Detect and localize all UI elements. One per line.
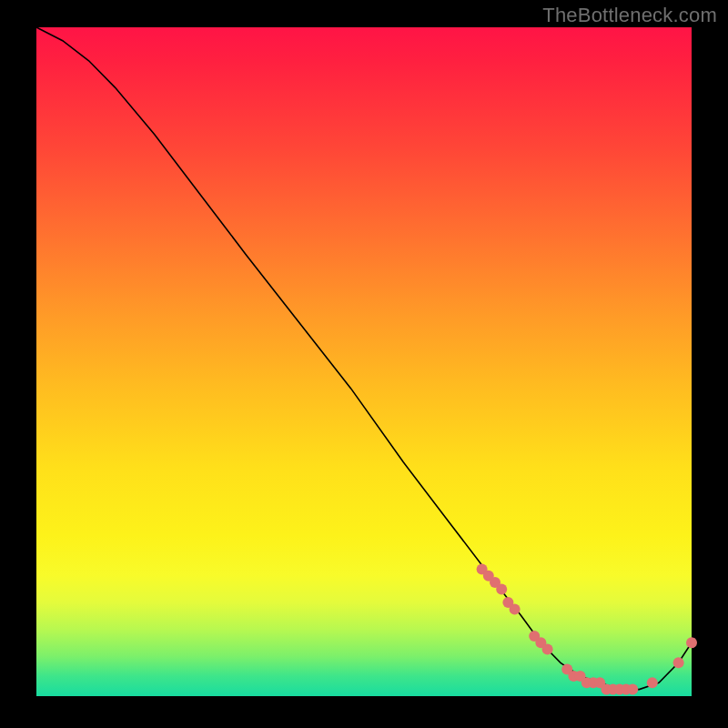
hw-point-23 bbox=[686, 637, 697, 648]
watermark: TheBottleneck.com bbox=[542, 4, 717, 27]
hw-point-22 bbox=[673, 657, 684, 668]
hw-point-9 bbox=[542, 644, 553, 655]
points-group bbox=[477, 563, 697, 694]
hw-point-4 bbox=[496, 583, 507, 594]
hw-point-21 bbox=[647, 677, 658, 688]
chart-svg bbox=[36, 27, 692, 696]
hw-point-6 bbox=[510, 604, 521, 615]
plot-area bbox=[36, 27, 692, 696]
bottleneck-curve bbox=[36, 27, 692, 690]
hw-point-20 bbox=[627, 684, 638, 695]
chart-frame: TheBottleneck.com bbox=[0, 0, 728, 728]
